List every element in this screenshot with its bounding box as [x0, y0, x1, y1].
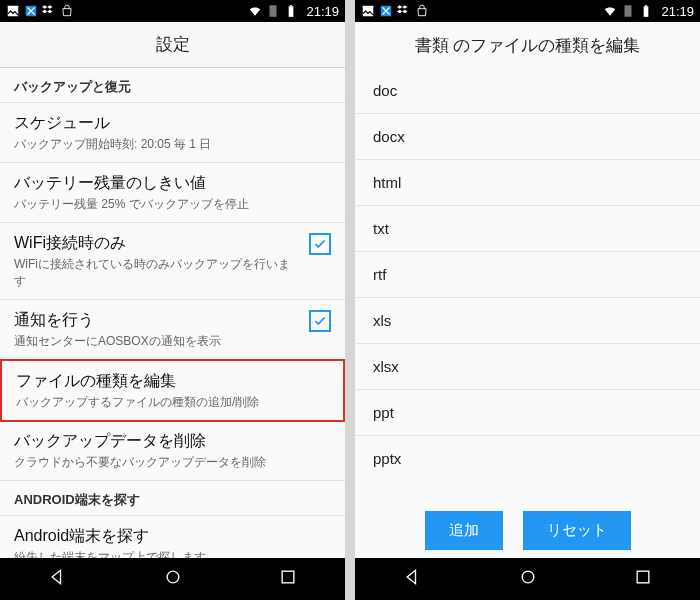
nav-bar — [355, 558, 700, 600]
row-title: スケジュール — [14, 113, 331, 134]
row-title: ファイルの種類を編集 — [16, 371, 329, 392]
wifi-icon — [248, 4, 262, 18]
appbar-title: 設定 — [156, 33, 190, 56]
filetype-row[interactable]: xls — [355, 298, 700, 344]
reset-button[interactable]: リセット — [523, 511, 631, 550]
app-icon — [379, 4, 393, 18]
svg-rect-4 — [290, 5, 292, 6]
svg-rect-13 — [637, 571, 649, 583]
battery-icon — [639, 4, 653, 18]
status-bar: 21:19 — [0, 0, 345, 22]
svg-point-12 — [522, 571, 534, 583]
phone-filetypes: 21:19 書類 のファイルの種類を編集 doc docx html txt r… — [355, 0, 700, 600]
battery-icon — [284, 4, 298, 18]
nav-home-icon[interactable] — [518, 567, 538, 591]
shop-icon — [415, 4, 429, 18]
appbar: 書類 のファイルの種類を編集 — [355, 22, 700, 68]
phone-settings: 21:19 設定 バックアップと復元 スケジュール バックアップ開始時刻: 20… — [0, 0, 345, 600]
row-title: Android端末を探す — [14, 526, 331, 547]
svg-rect-0 — [8, 6, 19, 17]
row-title: 通知を行う — [14, 310, 301, 331]
filetype-row[interactable]: ppt — [355, 390, 700, 436]
row-wifi-only[interactable]: WiFi接続時のみ WiFiに接続されている時のみバックアップを行います — [0, 223, 345, 299]
nav-back-icon[interactable] — [403, 567, 423, 591]
nav-back-icon[interactable] — [48, 567, 68, 591]
status-time: 21:19 — [661, 4, 694, 19]
filetype-list[interactable]: doc docx html txt rtf xls xlsx ppt pptx — [355, 68, 700, 502]
section-find-device: ANDROID端末を探す — [0, 481, 345, 516]
status-time: 21:19 — [306, 4, 339, 19]
svg-rect-7 — [363, 6, 374, 17]
dropbox-icon — [397, 4, 411, 18]
row-schedule[interactable]: スケジュール バックアップ開始時刻: 20:05 毎 1 日 — [0, 103, 345, 163]
appbar-title: 書類 のファイルの種類を編集 — [415, 34, 641, 57]
svg-rect-3 — [289, 6, 294, 16]
nav-recents-icon[interactable] — [633, 567, 653, 591]
row-battery[interactable]: バッテリー残量のしきい値 バッテリー残量 25% でバックアップを停止 — [0, 163, 345, 223]
svg-point-5 — [167, 571, 179, 583]
wifi-icon — [603, 4, 617, 18]
add-button[interactable]: 追加 — [425, 511, 503, 550]
nav-home-icon[interactable] — [163, 567, 183, 591]
shop-icon — [60, 4, 74, 18]
row-subtitle: バックアップ開始時刻: 20:05 毎 1 日 — [14, 136, 331, 152]
svg-rect-6 — [282, 571, 294, 583]
button-bar: 追加 リセット — [355, 502, 700, 558]
row-subtitle: バッテリー残量 25% でバックアップを停止 — [14, 196, 331, 212]
row-subtitle: WiFiに接続されている時のみバックアップを行います — [14, 256, 301, 288]
nav-bar — [0, 558, 345, 600]
row-find-device[interactable]: Android端末を探す 紛失した端末をマップ上で探します — [0, 516, 345, 558]
svg-rect-10 — [644, 6, 649, 16]
row-delete-backup[interactable]: バックアップデータを削除 クラウドから不要なバックアップデータを削除 — [0, 421, 345, 481]
row-title: バッテリー残量のしきい値 — [14, 173, 331, 194]
sim-icon — [266, 4, 280, 18]
svg-rect-9 — [625, 5, 632, 17]
dropbox-icon — [42, 4, 56, 18]
image-icon — [361, 4, 375, 18]
status-bar: 21:19 — [355, 0, 700, 22]
nav-recents-icon[interactable] — [278, 567, 298, 591]
row-subtitle: クラウドから不要なバックアップデータを削除 — [14, 454, 331, 470]
filetype-row[interactable]: html — [355, 160, 700, 206]
settings-list[interactable]: バックアップと復元 スケジュール バックアップ開始時刻: 20:05 毎 1 日… — [0, 68, 345, 558]
notify-checkbox[interactable] — [309, 310, 331, 332]
row-title: WiFi接続時のみ — [14, 233, 301, 254]
row-title: バックアップデータを削除 — [14, 431, 331, 452]
row-subtitle: バックアップするファイルの種類の追加/削除 — [16, 394, 329, 410]
row-subtitle: 紛失した端末をマップ上で探します — [14, 549, 331, 558]
svg-rect-11 — [645, 5, 647, 6]
svg-rect-2 — [270, 5, 277, 17]
section-backup-restore: バックアップと復元 — [0, 68, 345, 103]
filetype-row[interactable]: xlsx — [355, 344, 700, 390]
row-notify[interactable]: 通知を行う 通知センターにAOSBOXの通知を表示 — [0, 300, 345, 360]
app-icon — [24, 4, 38, 18]
sim-icon — [621, 4, 635, 18]
appbar: 設定 — [0, 22, 345, 68]
row-subtitle: 通知センターにAOSBOXの通知を表示 — [14, 333, 301, 349]
filetype-row[interactable]: pptx — [355, 436, 700, 481]
filetype-row[interactable]: txt — [355, 206, 700, 252]
wifi-checkbox[interactable] — [309, 233, 331, 255]
filetype-row[interactable]: doc — [355, 68, 700, 114]
row-edit-filetypes[interactable]: ファイルの種類を編集 バックアップするファイルの種類の追加/削除 — [0, 359, 345, 422]
filetype-row[interactable]: rtf — [355, 252, 700, 298]
image-icon — [6, 4, 20, 18]
filetype-row[interactable]: docx — [355, 114, 700, 160]
